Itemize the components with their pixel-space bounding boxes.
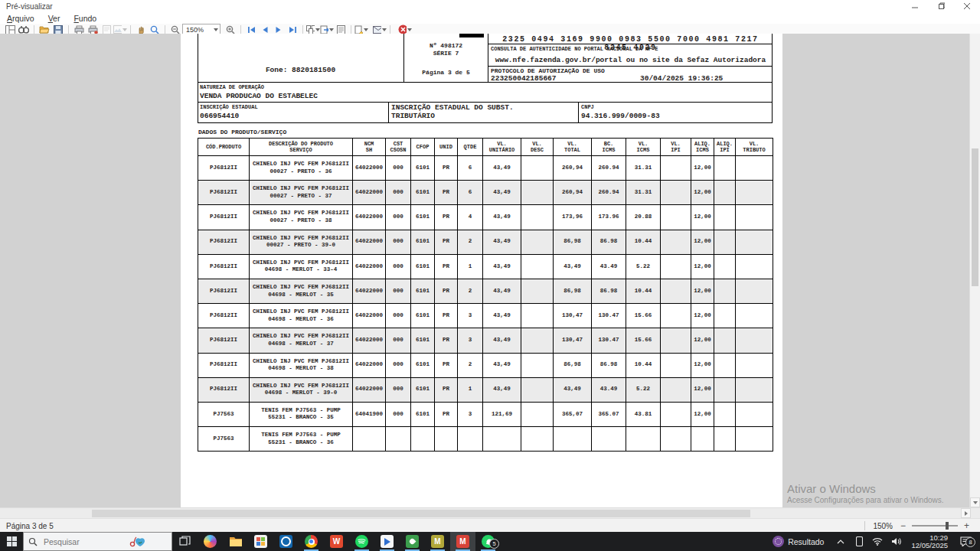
close-button[interactable] <box>954 0 980 12</box>
vertical-scrollbar[interactable] <box>969 34 980 507</box>
vertical-scrollbar-thumb[interactable] <box>972 148 978 286</box>
danfe-document: Fone: 8820181500 Nº 498172 SÉRIE 7 Págin… <box>198 34 773 507</box>
taskbar-app-player[interactable] <box>374 532 400 551</box>
scroll-right-button[interactable] <box>961 508 971 518</box>
search-input[interactable] <box>42 536 128 547</box>
phone-link-icon[interactable] <box>853 536 865 546</box>
store-icon <box>254 535 267 548</box>
wps-icon: W <box>330 535 343 548</box>
invoice-number: Nº 498172 <box>404 42 488 49</box>
table-cell <box>714 402 736 426</box>
volume-icon[interactable] <box>890 537 902 546</box>
table-cell: 130.47 <box>592 328 626 353</box>
task-view-icon <box>179 536 191 547</box>
minimize-button[interactable] <box>902 0 928 12</box>
emitter-phone: Fone: 8820181500 <box>198 66 403 74</box>
menu-fundo[interactable]: Fundo <box>67 14 103 23</box>
table-cell: 12,00 <box>691 402 714 426</box>
copilot-icon <box>204 535 217 548</box>
table-cell: 6101 <box>411 353 435 377</box>
table-cell <box>714 230 736 254</box>
tray-app-label[interactable]: Resultado <box>788 537 824 546</box>
table-cell: PR <box>435 156 458 181</box>
table-cell: CHINELO INJ PVC FEM PJ6812II 04698 - MER… <box>250 353 353 377</box>
col-header: QTDE <box>458 139 483 156</box>
table-cell: 2 <box>458 230 483 254</box>
table-cell: PR <box>435 353 458 377</box>
table-cell <box>714 353 736 377</box>
start-button[interactable] <box>0 532 23 551</box>
table-cell: 6101 <box>411 377 435 402</box>
table-cell <box>661 254 691 279</box>
taskbar-clock[interactable]: 10:29 12/05/2025 <box>911 534 948 549</box>
table-cell: 12,00 <box>691 181 714 205</box>
menu-ver[interactable]: Ver <box>41 14 67 23</box>
table-cell: PJ6812II <box>198 156 250 181</box>
zoom-minus-button[interactable]: − <box>900 522 906 530</box>
taskbar-app-spotify[interactable] <box>349 532 374 551</box>
table-cell: 6101 <box>411 254 435 279</box>
taskbar-app-chrome[interactable] <box>299 532 324 551</box>
resultado-app-icon[interactable] <box>773 536 784 547</box>
table-cell: 3 <box>458 328 483 353</box>
table-cell <box>714 427 736 452</box>
table-cell: PJ6812II <box>198 304 250 328</box>
table-cell: TENIS FEM PJ7563 - PUMP 55231 - BRANCO -… <box>250 427 353 452</box>
notification-center-button[interactable]: 8 <box>957 536 974 546</box>
table-cell: 260.94 <box>592 181 626 205</box>
taskbar-app-whatsapp[interactable]: 5 <box>475 532 501 551</box>
chevron-down-icon <box>214 28 218 31</box>
table-cell: PR <box>435 279 458 303</box>
restore-button[interactable] <box>928 0 954 12</box>
table-cell <box>736 402 773 426</box>
table-cell: 2 <box>458 279 483 303</box>
taskbar-app-m-red-active[interactable]: M <box>450 532 475 551</box>
table-cell <box>736 254 773 279</box>
table-cell <box>521 402 554 426</box>
taskbar-app-explorer[interactable] <box>223 532 248 551</box>
zoom-slider-handle[interactable] <box>946 522 949 530</box>
taskbar-search[interactable] <box>23 532 172 551</box>
floppy-icon <box>54 25 63 34</box>
col-header: DESCRIÇÃO DO PRODUTO SERVIÇO <box>250 139 353 156</box>
table-cell: 43,49 <box>483 304 521 328</box>
table-cell: 000 <box>386 402 411 426</box>
tray-expand-button[interactable] <box>835 540 847 544</box>
zoom-slider[interactable] <box>912 525 958 527</box>
zoom-plus-button[interactable]: + <box>964 522 969 530</box>
taskbar-app-droplet[interactable] <box>400 532 425 551</box>
table-cell: 365.07 <box>592 402 626 426</box>
cnpj-label: CNPJ <box>581 104 594 110</box>
menu-arquivo[interactable]: Arquivo <box>0 14 41 23</box>
zoom-in-icon <box>226 25 235 34</box>
table-cell: PR <box>435 230 458 254</box>
items-table: CÓD.PRODUTO DESCRIÇÃO DO PRODUTO SERVIÇO… <box>198 138 773 452</box>
table-cell: 64022000 <box>353 181 386 205</box>
table-cell <box>736 353 773 377</box>
wifi-icon[interactable] <box>871 537 884 546</box>
taskbar-app-m-olive[interactable]: M <box>425 532 450 551</box>
table-cell: TENIS FEM PJ7563 - PUMP 55231 - BRANCO -… <box>250 402 353 426</box>
table-cell: 12,00 <box>691 230 714 254</box>
table-cell <box>521 279 554 303</box>
table-cell <box>483 427 521 452</box>
table-cell: PJ6812II <box>198 230 250 254</box>
table-cell: 6101 <box>411 156 435 181</box>
task-view-button[interactable] <box>172 532 198 551</box>
taskbar-app-wps[interactable]: W <box>324 532 349 551</box>
taskbar-app-copilot[interactable] <box>198 532 223 551</box>
horizontal-scrollbar-thumb[interactable] <box>92 510 750 517</box>
preview-area: Fone: 8820181500 Nº 498172 SÉRIE 7 Págin… <box>0 34 980 507</box>
table-cell <box>714 156 736 181</box>
taskbar-app-store[interactable] <box>248 532 273 551</box>
taskbar-app-outlook[interactable] <box>273 532 299 551</box>
table-cell: 12,00 <box>691 328 714 353</box>
horizontal-scrollbar[interactable] <box>0 507 980 519</box>
outlook-icon <box>279 535 292 548</box>
protocol-label: PROTOCOLO DE AUTORIZAÇÃO DE USO <box>491 67 771 74</box>
invoice-series: SÉRIE 7 <box>404 50 488 57</box>
statusbar-zoom-value: 150% <box>873 522 893 530</box>
scroll-down-button[interactable] <box>970 497 980 507</box>
page-indicator: Página 3 de 5 <box>0 522 54 530</box>
table-cell <box>661 377 691 402</box>
